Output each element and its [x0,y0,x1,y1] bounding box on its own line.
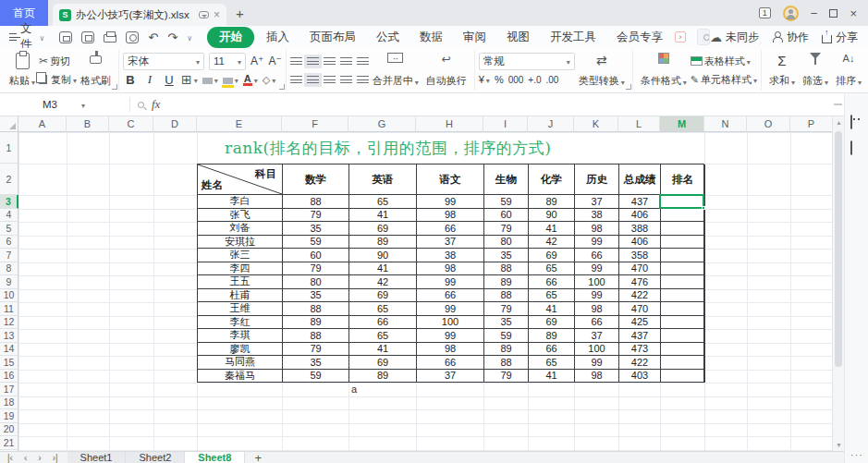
cell-score[interactable]: 41 [529,370,575,384]
cell-score[interactable]: 89 [283,316,349,330]
cell-score[interactable]: 88 [283,195,349,209]
ribbon-tab-开发工具[interactable]: 开发工具 [542,28,605,47]
row-header-7[interactable]: 7 [0,249,18,262]
cell-name[interactable]: 李白 [198,195,283,209]
cell-score[interactable]: 100 [575,343,619,357]
window-count-badge[interactable]: 1 [759,7,771,18]
cell-rank[interactable] [661,236,705,250]
column-header-B[interactable]: B [67,116,109,132]
justify-icon[interactable] [340,76,352,84]
cell-score[interactable]: 41 [529,222,575,236]
cell-rank[interactable] [661,249,705,262]
align-top-icon[interactable] [290,57,302,66]
row-header-18[interactable]: 18 [0,396,18,410]
cell-total[interactable]: 470 [619,262,661,276]
font-size-select[interactable]: 11 [209,53,246,70]
cell-score[interactable]: 79 [484,222,529,236]
cell-score[interactable]: 66 [529,343,575,357]
cell-name[interactable]: 李琪 [198,329,283,343]
ribbon-tab-审阅[interactable]: 审阅 [455,28,495,47]
row-header-1[interactable]: 1 [0,132,18,164]
cell-score[interactable]: 90 [349,249,417,262]
decrease-decimal-button[interactable]: .00 [546,75,559,85]
cell-score[interactable]: 100 [417,316,484,330]
cell-score[interactable]: 89 [484,343,529,357]
cell-name[interactable]: 王维 [198,302,283,316]
cell-style-button[interactable]: 单元格样式 [691,73,757,87]
column-header-D[interactable]: D [153,116,197,132]
cell-score[interactable]: 35 [484,316,529,330]
vertical-scrollbar[interactable]: ▲ ▼ [832,116,844,451]
column-header-J[interactable]: J [528,116,574,132]
cell-rank[interactable] [661,343,705,357]
ribbon-tab-会员专享[interactable]: 会员专享 [608,28,671,47]
cell-score[interactable]: 89 [529,329,575,343]
cell-score[interactable]: 80 [283,275,349,289]
cell-score[interactable]: 35 [283,356,349,370]
print-preview-icon[interactable] [126,31,139,43]
cell-name[interactable]: 刘备 [198,222,283,236]
draw-border-button[interactable] [202,74,218,85]
cell-score[interactable]: 89 [349,236,417,250]
cell-score[interactable]: 98 [417,343,484,357]
sidebar-more-icon[interactable] [850,448,863,461]
cell-score[interactable]: 89 [529,195,575,209]
undo-icon[interactable] [148,30,158,44]
feedback-bubble-icon[interactable] [199,11,209,18]
cell-score[interactable]: 66 [575,249,619,262]
cell-score[interactable]: 60 [484,209,529,223]
doc-tab-close-icon[interactable]: × [214,9,220,20]
cell-score[interactable]: 41 [349,209,417,223]
cell-score[interactable]: 66 [417,356,484,370]
minimize-button[interactable]: − [811,7,818,19]
first-sheet-icon[interactable]: |‹ [7,453,13,463]
cell-score[interactable]: 69 [349,222,417,236]
align-bottom-icon[interactable] [324,57,336,66]
column-header-A[interactable]: A [18,116,67,132]
share-button[interactable]: 分享 [822,30,858,45]
row-header-11[interactable]: 11 [0,302,18,316]
ribbon-tab-开始[interactable]: 开始 [207,27,254,48]
sync-status[interactable]: 未同步 [710,30,759,45]
row-header-17[interactable]: 17 [0,383,18,396]
print-icon[interactable] [104,34,116,43]
close-button[interactable]: × [850,7,857,19]
align-middle-icon[interactable] [307,57,319,66]
thousands-separator-button[interactable]: 000 [508,75,524,85]
cell-score[interactable]: 65 [529,262,575,276]
cell-title-row[interactable]: rank(排名的目标，引用的范围，排序的方式) [198,133,704,164]
cell-score[interactable]: 79 [484,302,529,316]
cell-score[interactable]: 88 [283,302,349,316]
cell-score[interactable]: 59 [283,370,349,384]
cell-score[interactable]: 98 [417,209,484,223]
last-sheet-icon[interactable]: ›| [53,453,58,463]
cell-name[interactable]: 安琪拉 [198,236,283,250]
column-header-K[interactable]: K [574,116,618,132]
underline-button[interactable]: U [162,73,177,87]
save-icon[interactable] [59,31,72,43]
cell-stray[interactable]: a [351,383,415,396]
select-all-corner[interactable] [0,116,18,132]
percent-button[interactable]: % [495,74,504,85]
cell-score[interactable]: 79 [283,343,349,357]
currency-button[interactable]: ¥ [479,74,490,85]
cell-score[interactable]: 99 [575,356,619,370]
cell-score[interactable]: 88 [484,262,529,276]
cell-name[interactable]: 张飞 [198,209,283,223]
row-header-21[interactable]: 21 [0,436,18,450]
row-header-3[interactable]: 3 [0,195,18,209]
cell-subject-header[interactable]: 生物 [484,164,529,195]
cell-total[interactable]: 406 [619,236,661,250]
redo-icon[interactable] [167,30,177,44]
merge-center-button[interactable]: ↔ 合并居中 [369,51,422,90]
cell-name[interactable]: 廖凯 [198,343,283,357]
sheet-tab-Sheet1[interactable]: Sheet1 [67,452,127,463]
cell-name[interactable]: 李红 [198,316,283,330]
decrease-font-icon[interactable] [268,55,281,67]
row-header-4[interactable]: 4 [0,209,18,223]
cell-score[interactable]: 99 [575,236,619,250]
ai-helper-icon[interactable] [850,116,852,128]
cell-subject-header[interactable]: 语文 [417,164,484,195]
cell-score[interactable]: 98 [575,302,619,316]
ribbon-tab-页面布局[interactable]: 页面布局 [301,28,364,47]
